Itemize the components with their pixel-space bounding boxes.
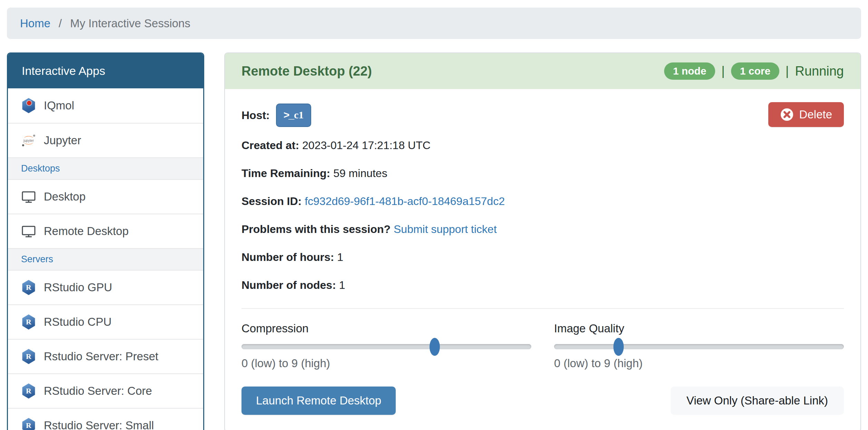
image-quality-slider-thumb[interactable] — [613, 338, 624, 356]
sidebar-item-rstudio-server-small[interactable]: R Rstudio Server: Small — [8, 408, 203, 430]
rstudio-icon: R — [21, 383, 36, 399]
core-count-badge: 1 core — [731, 62, 779, 80]
sidebar-section-desktops: Desktops — [8, 157, 203, 179]
launch-remote-desktop-button[interactable]: Launch Remote Desktop — [241, 387, 396, 415]
sidebar-item-iqmol[interactable]: IQmol — [8, 88, 203, 123]
submit-support-ticket-link[interactable]: Submit support ticket — [394, 223, 497, 235]
node-count-badge: 1 node — [664, 62, 716, 80]
compression-range-hint: 0 (low) to 9 (high) — [241, 357, 531, 370]
sidebar-item-label: Rstudio Server: Small — [44, 419, 154, 430]
jupyter-icon: jupyter — [21, 133, 36, 148]
sidebar-item-label: Remote Desktop — [44, 225, 129, 238]
compression-slider[interactable] — [241, 344, 531, 349]
session-badges: 1 node | 1 core | Running — [664, 62, 844, 80]
compression-label: Compression — [241, 322, 531, 335]
sidebar-title: Interactive Apps — [8, 53, 203, 88]
monitor-icon — [21, 224, 36, 239]
compression-slider-thumb[interactable] — [430, 338, 440, 356]
monitor-icon — [21, 189, 36, 204]
hours-row: Number of hours: 1 — [241, 248, 844, 266]
divider — [241, 308, 844, 309]
sidebar-item-label: RStudio Server: Core — [44, 384, 152, 398]
image-quality-slider[interactable] — [554, 344, 844, 349]
sidebar-item-label: Desktop — [44, 190, 86, 203]
actions-row: Launch Remote Desktop View Only (Share-a… — [241, 387, 844, 415]
support-row: Problems with this session? Submit suppo… — [241, 221, 844, 238]
sidebar-item-label: IQmol — [44, 99, 74, 112]
view-only-link-button[interactable]: View Only (Share-able Link) — [671, 387, 844, 415]
sidebar-item-label: RStudio GPU — [44, 281, 112, 294]
host-terminal-button[interactable]: >_ c1 — [276, 104, 312, 127]
sidebar-section-servers: Servers — [8, 248, 203, 270]
session-card-header: Remote Desktop (22) 1 node | 1 core | Ru… — [225, 53, 860, 89]
sidebar-list: IQmol jupyter Jupyter — [8, 88, 203, 430]
sidebar-item-rstudio-server-preset[interactable]: R Rstudio Server: Preset — [8, 339, 203, 373]
nodes-row: Number of nodes: 1 — [241, 276, 844, 294]
sidebar-item-jupyter[interactable]: jupyter Jupyter — [8, 123, 203, 157]
badge-separator: | — [786, 64, 789, 78]
rstudio-icon: R — [21, 418, 36, 430]
circle-x-icon — [780, 108, 794, 121]
host-label: Host: — [241, 107, 270, 124]
page: Home / My Interactive Sessions Interacti… — [0, 0, 868, 430]
image-quality-range-hint: 0 (low) to 9 (high) — [554, 357, 844, 370]
svg-text:jupyter: jupyter — [23, 139, 34, 143]
compression-slider-group: Compression 0 (low) to 9 (high) — [241, 322, 531, 370]
created-at-row: Created at: 2023-01-24 17:21:18 UTC — [241, 137, 844, 154]
terminal-icon: >_ — [284, 106, 293, 124]
session-card: Remote Desktop (22) 1 node | 1 core | Ru… — [224, 52, 861, 430]
session-status: Running — [795, 64, 844, 79]
rstudio-icon: R — [21, 314, 36, 330]
interactive-apps-sidebar: Interactive Apps IQmol jupyter — [7, 52, 204, 430]
session-id-link[interactable]: fc932d69-96f1-481b-acf0-18469a157dc2 — [305, 195, 505, 207]
breadcrumb-home-link[interactable]: Home — [20, 17, 50, 30]
breadcrumb-separator: / — [59, 17, 62, 30]
rstudio-icon: R — [21, 280, 36, 295]
session-card-body: Delete Host: >_ c1 Created at: 2023-01-2… — [225, 89, 860, 430]
iqmol-icon — [21, 98, 36, 113]
host-row: Host: >_ c1 — [241, 104, 844, 127]
sidebar-item-rstudio-cpu[interactable]: R RStudio CPU — [8, 304, 203, 339]
sidebar-item-remote-desktop[interactable]: Remote Desktop — [8, 214, 203, 248]
sidebar-item-rstudio-gpu[interactable]: R RStudio GPU — [8, 270, 203, 304]
session-title: Remote Desktop (22) — [241, 64, 372, 79]
sidebar-item-label: Rstudio Server: Preset — [44, 350, 158, 363]
host-name: c1 — [294, 106, 304, 124]
image-quality-label: Image Quality — [554, 322, 844, 335]
breadcrumb-current: My Interactive Sessions — [70, 17, 190, 30]
time-remaining-row: Time Remaining: 59 minutes — [241, 165, 844, 182]
delete-button[interactable]: Delete — [768, 102, 844, 127]
image-quality-slider-group: Image Quality 0 (low) to 9 (high) — [554, 322, 844, 370]
session-id-row: Session ID: fc932d69-96f1-481b-acf0-1846… — [241, 193, 844, 210]
badge-separator: | — [721, 64, 724, 78]
sidebar-item-rstudio-server-core[interactable]: R RStudio Server: Core — [8, 373, 203, 408]
sliders-row: Compression 0 (low) to 9 (high) Image Qu… — [241, 322, 844, 370]
rstudio-icon: R — [21, 349, 36, 364]
sidebar-item-desktop[interactable]: Desktop — [8, 179, 203, 214]
sidebar-item-label: RStudio CPU — [44, 315, 111, 329]
sidebar-item-label: Jupyter — [44, 134, 81, 147]
breadcrumb: Home / My Interactive Sessions — [7, 8, 861, 39]
